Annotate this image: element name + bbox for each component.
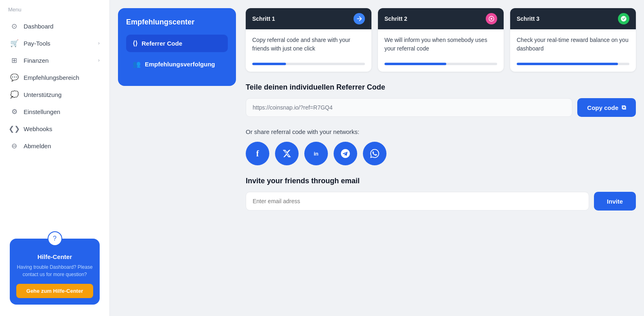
step-text-2: We will inform you when somebody uses yo… xyxy=(384,36,497,56)
twitter-button[interactable] xyxy=(275,142,299,165)
step-header-3: Schritt 3 xyxy=(510,8,636,29)
whatsapp-button[interactable] xyxy=(363,142,386,165)
empfehlungsverfolgung-button[interactable]: 👥 Empfehlungsverfolgung xyxy=(126,55,228,73)
sidebar-item-label: Finanzen xyxy=(24,57,49,64)
step-card-3: Schritt 3 Check your real-time reward ba… xyxy=(510,8,636,72)
svg-point-0 xyxy=(491,18,492,20)
facebook-button[interactable]: f xyxy=(246,142,269,165)
panel-title: Empfehlungscenter xyxy=(126,18,228,26)
step-progress-fill-1 xyxy=(252,63,286,65)
step-progress-fill-2 xyxy=(384,63,446,65)
sidebar-item-label: Einstellungen xyxy=(24,108,60,115)
copy-icon: ⧉ xyxy=(622,104,626,111)
right-content: Schritt 1 Copy referral code and share w… xyxy=(246,8,636,308)
sidebar-item-label: Empfehlungsbereich xyxy=(24,74,79,81)
pay-tools-icon: 🛒 xyxy=(10,39,19,48)
sidebar-item-label: Abmelden xyxy=(24,143,51,149)
step-title-3: Schritt 3 xyxy=(517,15,539,22)
chevron-icon: › xyxy=(98,40,100,46)
main-content: Empfehlungscenter ⟨⟩ Referrer Code 👥 Emp… xyxy=(110,0,644,316)
step-icon-2 xyxy=(486,13,497,24)
email-input[interactable] xyxy=(246,192,589,211)
telegram-button[interactable] xyxy=(334,142,357,165)
help-center-card: ? Hilfe-Center Having trouble Dashboard?… xyxy=(10,239,100,305)
step-text-3: Check your real-time reward balance on y… xyxy=(517,36,629,56)
dashboard-icon: ⊙ xyxy=(10,22,19,31)
sidebar-nav: ⊙ Dashboard 🛒 Pay-Tools › ⊞ Finanzen › 💬… xyxy=(0,16,109,234)
linkedin-button[interactable]: in xyxy=(304,142,328,165)
chevron-icon: › xyxy=(98,57,100,63)
share-section-title: Teile deinen individuellen Referrer Code xyxy=(246,83,636,92)
step-body-2: We will inform you when somebody uses yo… xyxy=(378,29,504,72)
sidebar-item-unterstutzung[interactable]: 💭 Unterstützung xyxy=(5,86,105,103)
sidebar-item-webhooks[interactable]: ❮❯ Webhooks xyxy=(5,120,105,137)
help-center-button[interactable]: Gehe zum Hilfe-Center xyxy=(16,284,93,298)
networks-title: Or share referral code with your network… xyxy=(246,128,636,135)
step-progress-bar-2 xyxy=(384,63,497,65)
unterstutzung-icon: 💭 xyxy=(10,90,19,99)
menu-label: Menu xyxy=(0,0,109,16)
sidebar-item-empfehlungsbereich[interactable]: 💬 Empfehlungsbereich xyxy=(5,69,105,86)
tracking-icon: 👥 xyxy=(133,60,141,68)
sidebar-item-abmelden[interactable]: ⊖ Abmelden xyxy=(5,137,105,154)
empfehlungsbereich-icon: 💬 xyxy=(10,73,19,82)
sidebar-item-label: Pay-Tools xyxy=(24,40,50,47)
step-icon-3 xyxy=(618,13,629,24)
copy-code-button[interactable]: Copy code ⧉ xyxy=(577,98,636,117)
sidebar-item-einstellungen[interactable]: ⚙ Einstellungen xyxy=(5,103,105,120)
sidebar-item-label: Unterstützung xyxy=(24,91,61,98)
referral-input-row: Copy code ⧉ xyxy=(246,98,636,117)
step-progress-bar-3 xyxy=(517,63,629,65)
abmelden-icon: ⊖ xyxy=(10,141,19,150)
sidebar-item-label: Webhooks xyxy=(24,125,52,132)
step-title-2: Schritt 2 xyxy=(384,15,407,22)
help-center-container: ? Hilfe-Center Having trouble Dashboard?… xyxy=(0,234,109,316)
help-center-title: Hilfe-Center xyxy=(16,253,93,260)
step-card-2: Schritt 2 We will inform you when somebo… xyxy=(378,8,504,72)
step-header-1: Schritt 1 xyxy=(246,8,371,29)
help-icon: ? xyxy=(48,231,62,246)
referrer-code-button[interactable]: ⟨⟩ Referrer Code xyxy=(126,35,228,52)
sidebar: Menu ⊙ Dashboard 🛒 Pay-Tools › ⊞ Finanze… xyxy=(0,0,110,316)
left-panel: Empfehlungscenter ⟨⟩ Referrer Code 👥 Emp… xyxy=(118,8,236,86)
referral-url-input[interactable] xyxy=(246,98,572,117)
sidebar-item-dashboard[interactable]: ⊙ Dashboard xyxy=(5,18,105,35)
sidebar-item-label: Dashboard xyxy=(24,23,53,30)
step-card-1: Schritt 1 Copy referral code and share w… xyxy=(246,8,371,72)
invite-button[interactable]: Invite xyxy=(594,192,636,211)
step-body-3: Check your real-time reward balance on y… xyxy=(510,29,636,72)
step-text-1: Copy referral code and share with your f… xyxy=(252,36,365,56)
step-title-1: Schritt 1 xyxy=(252,15,275,22)
step-progress-fill-3 xyxy=(517,63,618,65)
step-body-1: Copy referral code and share with your f… xyxy=(246,29,371,72)
finanzen-icon: ⊞ xyxy=(10,56,19,65)
sidebar-item-finanzen[interactable]: ⊞ Finanzen › xyxy=(5,52,105,69)
einstellungen-icon: ⚙ xyxy=(10,107,19,116)
invite-title: Invite your friends through email xyxy=(246,177,636,185)
networks-row: f in xyxy=(246,142,636,165)
step-icon-1 xyxy=(354,13,365,24)
webhooks-icon: ❮❯ xyxy=(10,124,19,133)
sidebar-item-pay-tools[interactable]: 🛒 Pay-Tools › xyxy=(5,35,105,52)
step-header-2: Schritt 2 xyxy=(378,8,504,29)
help-center-desc: Having trouble Dashboard? Please contact… xyxy=(16,263,93,278)
steps-row: Schritt 1 Copy referral code and share w… xyxy=(246,8,636,72)
step-progress-bar-1 xyxy=(252,63,365,65)
share-icon: ⟨⟩ xyxy=(133,40,138,47)
invite-row: Invite xyxy=(246,192,636,211)
